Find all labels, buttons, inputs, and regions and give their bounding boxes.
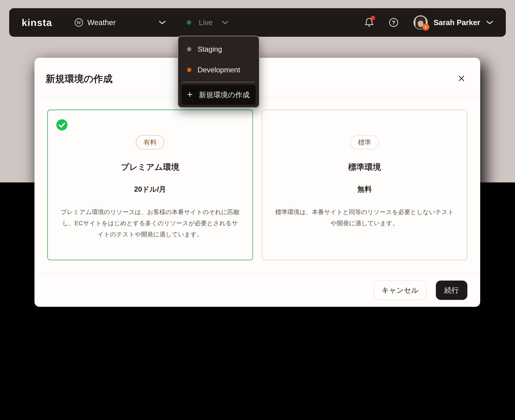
modal-title: 新規環境の作成 [46, 73, 113, 85]
card-price: 無料 [357, 184, 372, 194]
card-price: 20ドル/月 [134, 184, 166, 194]
premium-environment-card[interactable]: 有料 プレミアム環境 20ドル/月 プレミアム環境のリソースは、お客様の本番サイ… [47, 110, 253, 260]
chevron-down-icon[interactable] [159, 20, 166, 25]
site-selector-label: Weather [87, 18, 115, 27]
notifications-button[interactable] [365, 17, 374, 28]
svg-text:?: ? [392, 19, 395, 26]
card-description: プレミアム環境のリソースは、お客様の本番サイトのそれに匹敵し、ECサイトをはじめ… [53, 207, 247, 240]
standard-environment-card[interactable]: 標準 標準環境 無料 標準環境は、本番サイトと同等のリソースを必要としないテスト… [262, 110, 467, 260]
dropdown-item-label: Staging [198, 45, 222, 53]
close-icon [458, 75, 465, 82]
cancel-button[interactable]: キャンセル [373, 281, 427, 300]
environment-selector[interactable]: Live [187, 18, 229, 27]
paid-badge: 有料 [136, 135, 164, 150]
continue-button[interactable]: 続行 [436, 281, 467, 300]
plus-icon: + [187, 90, 193, 99]
user-avatar[interactable] [414, 15, 428, 30]
card-description: 標準環境は、本番サイトと同等のリソースを必要としないテストや開発に適しています。 [268, 207, 461, 229]
development-dot [187, 68, 191, 72]
selected-check-icon [56, 119, 68, 130]
dropdown-divider [182, 82, 255, 82]
wordpress-icon: W [74, 18, 83, 27]
create-environment-label: 新規環境の作成 [199, 90, 250, 100]
close-button[interactable] [456, 73, 467, 84]
modal-footer: キャンセル 続行 [34, 274, 480, 307]
live-status-dot [187, 20, 191, 25]
dropdown-item-staging[interactable]: Staging [181, 39, 256, 60]
top-navbar: kinsta W Weather Live [9, 8, 506, 37]
page: kinsta W Weather Live [0, 0, 515, 420]
lightning-badge-icon [422, 24, 429, 30]
chevron-down-icon[interactable] [486, 20, 493, 25]
dropdown-item-label: Development [198, 66, 240, 74]
create-environment-menu-item[interactable]: + 新規環境の作成 [181, 85, 256, 105]
dropdown-item-development[interactable]: Development [181, 60, 256, 80]
standard-badge: 標準 [350, 135, 379, 150]
plan-cards: 有料 プレミアム環境 20ドル/月 プレミアム環境のリソースは、お客様の本番サイ… [47, 110, 467, 260]
kinsta-logo: kinsta [22, 17, 52, 28]
card-title: 標準環境 [348, 162, 381, 172]
card-title: プレミアム環境 [121, 162, 179, 172]
navbar-right: ? Sarah Parker [365, 15, 493, 30]
svg-text:W: W [77, 20, 81, 25]
help-button[interactable]: ? [389, 18, 398, 27]
environment-selector-label: Live [199, 18, 213, 27]
help-icon: ? [389, 18, 398, 27]
chevron-down-icon [222, 20, 229, 25]
staging-dot [187, 47, 191, 51]
user-name: Sarah Parker [434, 18, 480, 27]
notification-badge [371, 16, 375, 20]
site-selector[interactable]: W Weather [74, 18, 115, 27]
environment-dropdown: Staging Development + 新規環境の作成 [178, 36, 260, 108]
